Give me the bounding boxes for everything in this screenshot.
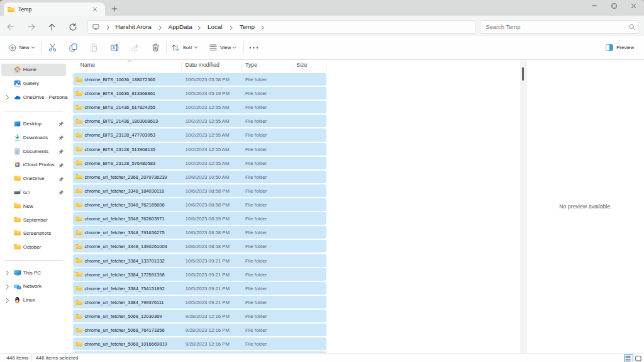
svg-text:2: 2: [20, 189, 21, 192]
